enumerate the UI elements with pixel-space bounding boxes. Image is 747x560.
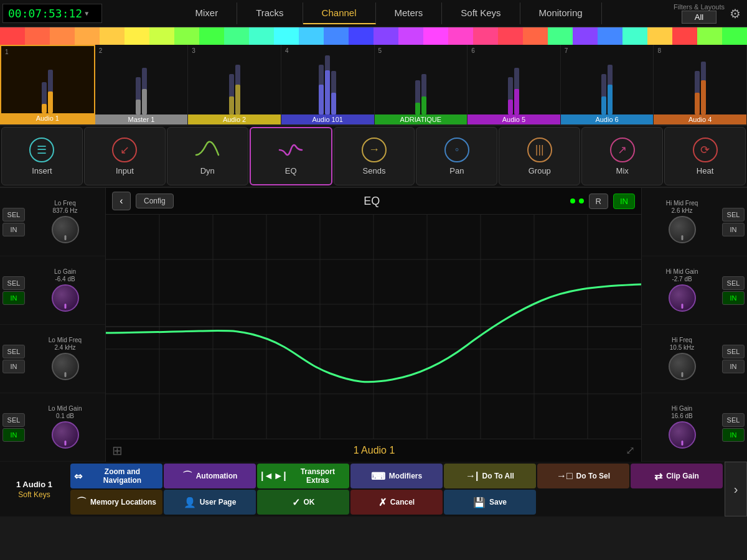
timecode-dropdown-arrow[interactable]: ▼ <box>85 10 88 17</box>
back-button[interactable]: ‹ <box>112 192 131 210</box>
func-btn-sends[interactable]: → Sends <box>334 127 415 185</box>
knob-right-0[interactable] <box>669 216 696 243</box>
in-button-left-0[interactable]: IN <box>2 223 25 236</box>
in-button-left-2[interactable]: IN <box>2 360 25 373</box>
main-area: SEL IN Lo Freq837.6 Hz SEL IN Lo Gain-6.… <box>0 188 747 462</box>
in-button[interactable]: IN <box>613 194 635 209</box>
func-btn-insert[interactable]: ☰ Insert <box>1 127 83 185</box>
knob-left-2[interactable] <box>52 353 79 380</box>
channel-row: 1 Audio 1 2 <box>0 45 747 126</box>
sel-button-left-2[interactable]: SEL <box>2 345 25 358</box>
func-label-insert: Insert <box>32 166 52 175</box>
tab-mixer[interactable]: Mixer <box>176 2 237 24</box>
soft-key-memory-locations[interactable]: ⌒ Memory Locations <box>70 490 162 515</box>
knob-left-3[interactable] <box>52 421 79 449</box>
color-segment <box>324 27 349 45</box>
fader-bar <box>701 62 706 114</box>
config-button[interactable]: Config <box>136 194 174 208</box>
in-button-right-3[interactable]: IN <box>722 428 745 442</box>
sel-button-right-2[interactable]: SEL <box>722 345 745 358</box>
soft-key-ok[interactable]: ✓ OK <box>257 490 349 515</box>
func-icon-group: ||| <box>527 138 552 162</box>
top-bar: 00:07:53:12 ▼ Mixer Tracks Channel Meter… <box>0 0 747 27</box>
color-segment <box>722 27 747 45</box>
knob-indicator-left-1 <box>64 304 66 309</box>
fader-fill <box>229 96 234 114</box>
tab-soft-keys[interactable]: Soft Keys <box>442 2 520 24</box>
knob-left-0[interactable] <box>52 216 79 243</box>
tab-meters[interactable]: Meters <box>376 2 443 24</box>
in-button-left-3[interactable]: IN <box>2 428 25 442</box>
tab-tracks[interactable]: Tracks <box>237 2 303 24</box>
channel-strip-7[interactable]: 7 Audio 6 <box>561 45 654 124</box>
settings-icon[interactable]: ⚙ <box>730 6 741 21</box>
channel-strip-5[interactable]: 5 ADRIATIQUE <box>375 45 468 124</box>
knob-label-right-0: Hi Mid Freq2.6 kHz <box>666 200 698 215</box>
sel-button-left-1[interactable]: SEL <box>2 276 25 290</box>
color-segment <box>75 27 100 45</box>
in-button-right-0[interactable]: IN <box>722 223 745 236</box>
timecode[interactable]: 00:07:53:12 ▼ <box>2 4 102 23</box>
color-segment <box>249 27 274 45</box>
r-button[interactable]: R <box>589 194 608 209</box>
tab-channel[interactable]: Channel <box>303 2 376 24</box>
soft-key-icon-10: ✗ <box>378 497 387 508</box>
soft-key-label-1: Automation <box>196 472 238 480</box>
channel-strip-4[interactable]: 4 Audio 101 <box>281 45 375 124</box>
channel-strip-1[interactable]: 1 Audio 1 <box>0 45 95 124</box>
knob-indicator-left-2 <box>64 372 66 377</box>
sel-button-right-3[interactable]: SEL <box>722 413 745 427</box>
filters-label: Filters & Layouts <box>674 3 725 11</box>
soft-key-icon-3: ⌨ <box>371 470 385 482</box>
in-button-left-1[interactable]: IN <box>2 291 25 305</box>
channel-strip-6[interactable]: 6 Audio 5 <box>467 45 561 124</box>
func-btn-pan[interactable]: ◦ Pan <box>416 127 497 185</box>
soft-key-transport-extras[interactable]: |◄►| Transport Extras <box>257 464 349 488</box>
func-btn-group[interactable]: ||| Group <box>499 127 580 185</box>
color-segment <box>523 27 548 45</box>
func-btn-input[interactable]: ↙ Input <box>84 127 166 185</box>
soft-key-save[interactable]: 💾 Save <box>444 490 536 515</box>
in-button-right-2[interactable]: IN <box>722 360 745 373</box>
soft-key-cancel[interactable]: ✗ Cancel <box>350 490 443 515</box>
soft-key-zoom-and-navigation[interactable]: ⇔ Zoom and Navigation <box>70 464 162 488</box>
fader-fill <box>325 70 330 114</box>
func-btn-eq[interactable]: EQ <box>250 127 332 185</box>
knob-section-left-0: Lo Freq837.6 Hz <box>27 200 103 245</box>
knob-right-2[interactable] <box>669 353 696 380</box>
expand-icon[interactable]: ⤢ <box>626 444 635 457</box>
sel-button-right-0[interactable]: SEL <box>722 208 745 222</box>
tab-monitoring[interactable]: Monitoring <box>520 2 602 24</box>
soft-key-clip-gain[interactable]: ⇄ Clip Gain <box>631 464 723 488</box>
grid-view-icon[interactable]: ⊞ <box>112 443 123 458</box>
knob-left-1[interactable] <box>52 284 79 312</box>
sel-button-right-1[interactable]: SEL <box>722 276 745 290</box>
channel-strip-2[interactable]: 2 Master 1 <box>95 45 189 124</box>
func-icon-heat: ⟳ <box>693 138 718 162</box>
soft-key-do-to-sel[interactable]: →□ Do To Sel <box>537 464 629 488</box>
soft-keys-grid: ⇔ Zoom and Navigation ⌒ Automation |◄►| … <box>68 462 725 516</box>
soft-key-icon-5: →□ <box>557 470 573 482</box>
soft-key-user-page[interactable]: 👤 User Page <box>164 490 256 515</box>
sel-button-left-0[interactable]: SEL <box>2 208 25 222</box>
soft-key-automation[interactable]: ⌒ Automation <box>164 464 256 488</box>
chevron-right-button[interactable]: › <box>725 462 747 516</box>
knob-right-3[interactable] <box>669 421 696 449</box>
soft-key-do-to-all[interactable]: →| Do To All <box>444 464 536 488</box>
channel-strip-3[interactable]: 3 Audio 2 <box>188 45 281 124</box>
func-btn-mix[interactable]: ↗ Mix <box>581 127 663 185</box>
func-label-input: Input <box>116 166 134 175</box>
sel-button-left-3[interactable]: SEL <box>2 413 25 427</box>
func-btn-dyn[interactable]: Dyn <box>167 127 248 185</box>
left-knob-row-0: SEL IN Lo Freq837.6 Hz <box>0 188 105 256</box>
in-button-right-1[interactable]: IN <box>722 291 745 305</box>
func-btn-heat[interactable]: ⟳ Heat <box>664 127 746 185</box>
right-knob-row-0: Hi Mid Freq2.6 kHz SEL IN <box>642 188 747 256</box>
filters-layouts: Filters & Layouts All <box>674 3 725 24</box>
channel-strip-8[interactable]: 8 Audio 4 <box>654 45 747 124</box>
knob-right-1[interactable] <box>669 284 696 312</box>
soft-key-modifiers[interactable]: ⌨ Modifiers <box>350 464 443 488</box>
filters-all-dropdown[interactable]: All <box>682 11 716 24</box>
sel-in-pair-right-0: SEL IN <box>722 208 745 236</box>
channel-label: Audio 6 <box>561 114 654 124</box>
